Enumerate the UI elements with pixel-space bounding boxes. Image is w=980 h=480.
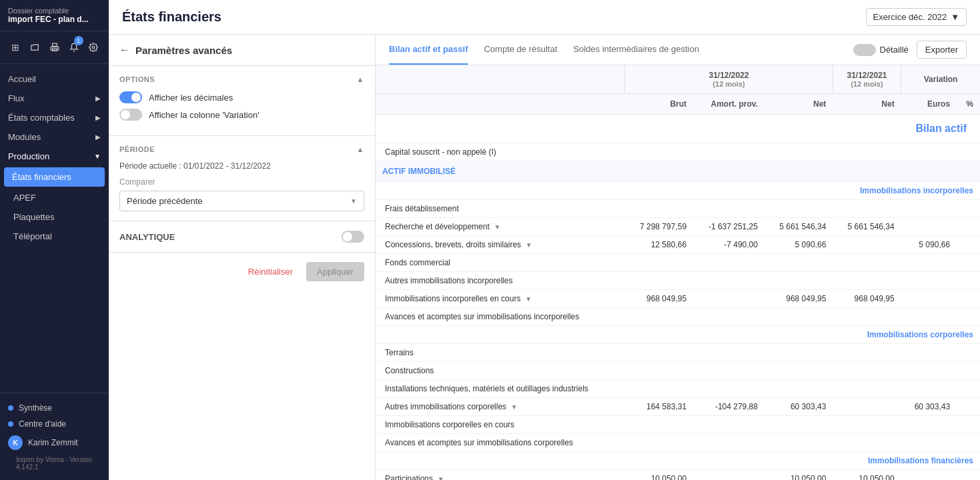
table-row: Immobilisations incorporelles en cours ▼… <box>376 290 980 308</box>
user-item[interactable]: K Karim Zemmit <box>8 432 101 453</box>
tab-bilan[interactable]: Bilan actif et passif <box>389 35 468 65</box>
analytique-section: ANALYTIQUE <box>109 221 375 253</box>
label-cell: Immobilisations corporelles en cours <box>376 416 625 434</box>
sub-col-net1: Net <box>765 94 833 115</box>
data-cell-euros <box>901 434 957 452</box>
data-cell-euros <box>901 380 957 398</box>
apply-button[interactable]: Appliquer <box>306 262 364 281</box>
data-cell-euros <box>901 362 957 380</box>
sidebar-item-accueil[interactable]: Accueil <box>0 69 109 89</box>
label-cell: Constructions <box>376 362 625 380</box>
label-cell: Terrains <box>376 344 625 362</box>
exercise-selector[interactable]: Exercice déc. 2022 ▼ <box>866 8 967 26</box>
sub-col-amort: Amort. prov. <box>693 94 765 115</box>
centre-aide-item[interactable]: Centre d'aide <box>8 416 101 432</box>
sidebar-item-production[interactable]: Production ▼ <box>0 147 109 166</box>
data-cell-net2 <box>833 344 901 362</box>
back-icon[interactable]: ← <box>119 44 130 56</box>
table-row: ACTIF IMMOBILISÉ <box>376 161 980 182</box>
data-cell-brut <box>625 254 693 272</box>
svg-point-3 <box>93 46 95 49</box>
tab-compte[interactable]: Compte de résultat <box>484 35 557 65</box>
dot-icon <box>8 405 13 411</box>
data-cell-brut <box>625 416 693 434</box>
sidebar-item-apef[interactable]: APEF <box>0 188 109 207</box>
data-cell-net2: 968 049,95 <box>833 290 901 308</box>
detail-toggle-switch[interactable] <box>853 44 876 56</box>
table-body: Bilan actifCapital souscrit - non appelé… <box>376 115 980 481</box>
data-cell-net2 <box>833 308 901 326</box>
table-row: Fonds commercial <box>376 254 980 272</box>
tab-actions: Détaillé Exporter <box>853 41 967 59</box>
expand-icon[interactable]: ▼ <box>436 475 444 480</box>
label-cell: Concessions, brevets, droits similaires … <box>376 236 625 254</box>
collapse-icon[interactable]: ▲ <box>357 145 364 153</box>
sidebar-item-plaquettes[interactable]: Plaquettes <box>0 207 109 227</box>
expand-icon[interactable]: ▼ <box>509 403 518 411</box>
sidebar-item-flux[interactable]: Flux ▶ <box>0 89 109 108</box>
home-icon[interactable]: ⊞ <box>8 38 22 57</box>
export-button[interactable]: Exporter <box>917 41 967 59</box>
reset-button[interactable]: Réinitialiser <box>241 262 300 281</box>
data-cell-net2 <box>833 398 901 416</box>
data-cell-net1 <box>765 308 833 326</box>
col-date1-group: 31/12/2022 (12 mois) <box>625 65 833 94</box>
synthese-item[interactable]: Synthèse <box>8 400 101 416</box>
data-cell-euros <box>901 308 957 326</box>
sidebar-item-etats-financiers[interactable]: États financiers <box>4 167 105 187</box>
data-cell-net1 <box>765 272 833 290</box>
chevron-icon: ▶ <box>95 95 101 102</box>
periode-select[interactable]: Période précédente ▼ <box>119 191 364 211</box>
subsection-header-cell: Immobilisations corporelles <box>376 326 980 344</box>
data-cell-amort <box>693 344 765 362</box>
table-row: Terrains <box>376 344 980 362</box>
data-cell-net1 <box>765 200 833 218</box>
table-row: Autres immobilisations corporelles ▼164 … <box>376 398 980 416</box>
data-cell-euros <box>901 254 957 272</box>
data-cell-amort: -7 490,00 <box>693 236 765 254</box>
analytique-toggle[interactable] <box>342 231 364 243</box>
expand-icon[interactable]: ▼ <box>523 295 532 303</box>
data-cell-net2 <box>833 362 901 380</box>
settings-icon[interactable] <box>87 38 101 57</box>
data-cell-net2 <box>833 236 901 254</box>
data-cell-pct <box>957 416 980 434</box>
sidebar-item-etats-comptables[interactable]: États comptables ▶ <box>0 108 109 127</box>
data-cell-euros: 5 090,66 <box>901 236 957 254</box>
label-cell: Installations techniques, matériels et o… <box>376 380 625 398</box>
collapse-icon[interactable]: ▲ <box>357 75 364 83</box>
expand-icon[interactable]: ▼ <box>492 223 501 231</box>
data-cell-brut <box>625 434 693 452</box>
content-area: ← Paramètres avancés OPTIONS ▲ Afficher … <box>109 35 980 480</box>
financial-table: 31/12/2022 (12 mois) 31/12/2021 (12 mois… <box>376 65 980 480</box>
decimales-toggle[interactable] <box>119 91 142 103</box>
data-cell-euros: 60 303,43 <box>901 398 957 416</box>
bilan-actif-title: Bilan actif <box>376 115 980 143</box>
variation-label: Afficher la colonne 'Variation' <box>149 110 260 120</box>
data-cell-brut <box>625 143 693 161</box>
data-cell-brut: 7 298 797,59 <box>625 218 693 236</box>
data-cell-pct <box>957 380 980 398</box>
data-cell-net2 <box>833 272 901 290</box>
label-cell: Capital souscrit - non appelé (I) <box>376 143 625 161</box>
table-row: Immobilisations incorporelles <box>376 182 980 200</box>
sidebar-toolbar: ⊞ 1 <box>0 31 109 64</box>
sidebar-item-modules[interactable]: Modules ▶ <box>0 127 109 147</box>
tab-soldes[interactable]: Soldes intermédiaires de gestion <box>573 35 699 65</box>
variation-toggle[interactable] <box>119 109 142 121</box>
label-cell: Fonds commercial <box>376 254 625 272</box>
data-cell-brut <box>625 308 693 326</box>
data-cell-brut: 164 583,31 <box>625 398 693 416</box>
expand-icon[interactable]: ▼ <box>524 241 532 249</box>
sidebar-header: Dossier comptable import FEC - plan d... <box>0 0 109 31</box>
folder-icon[interactable] <box>27 38 41 57</box>
data-cell-net1 <box>765 254 833 272</box>
chevron-down-icon: ▼ <box>94 153 101 160</box>
sidebar-item-teleportal[interactable]: Téléportal <box>0 227 109 246</box>
notifications-icon[interactable]: 1 <box>67 38 81 57</box>
print-icon[interactable] <box>47 38 61 57</box>
periode-current: Période actuelle : 01/01/2022 - 31/12/20… <box>119 161 364 171</box>
data-cell-net2: 5 661 546,34 <box>833 218 901 236</box>
data-cell-amort <box>693 254 765 272</box>
data-cell-net1 <box>765 380 833 398</box>
